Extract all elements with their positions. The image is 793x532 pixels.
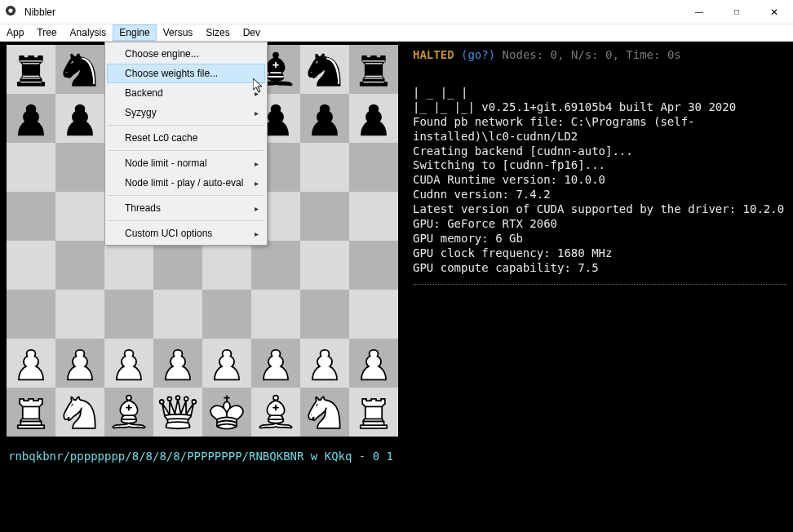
- board-square[interactable]: [7, 192, 55, 241]
- board-square[interactable]: [300, 339, 349, 388]
- go-link[interactable]: (go?): [461, 48, 495, 61]
- engine-menu-choose-engine[interactable]: Choose engine...: [107, 44, 265, 64]
- board-square[interactable]: [300, 143, 349, 192]
- engine-menu-node-limit-normal[interactable]: Node limit - normal: [107, 153, 265, 173]
- board-square[interactable]: [55, 94, 104, 143]
- board-square[interactable]: [55, 290, 104, 339]
- board-square[interactable]: [251, 241, 300, 290]
- board-square[interactable]: [300, 192, 349, 241]
- board-square[interactable]: [55, 45, 104, 94]
- engine-menu-syzygy[interactable]: Syzygy: [107, 103, 265, 122]
- window-minimize-button[interactable]: —: [680, 0, 718, 24]
- engine-menu-custom-uci-options[interactable]: Custom UCI options: [107, 224, 265, 243]
- piece-wB[interactable]: [107, 390, 151, 434]
- board-square[interactable]: [202, 290, 251, 339]
- board-square[interactable]: [55, 339, 104, 388]
- board-square[interactable]: [7, 45, 55, 94]
- fen-string: rnbqkbnr/pppppppp/8/8/8/8/PPPPPPPP/RNBQK…: [7, 437, 400, 463]
- piece-wP[interactable]: [205, 341, 249, 385]
- board-square[interactable]: [7, 143, 55, 192]
- board-square[interactable]: [55, 192, 104, 241]
- menu-app[interactable]: App: [0, 24, 30, 41]
- board-square[interactable]: [300, 45, 349, 94]
- board-square[interactable]: [251, 339, 300, 388]
- piece-wB[interactable]: [254, 390, 298, 434]
- menu-engine[interactable]: Engine: [113, 24, 156, 41]
- board-square[interactable]: [349, 143, 398, 192]
- board-square[interactable]: [104, 388, 153, 437]
- window-title: Nibbler: [21, 7, 680, 18]
- board-square[interactable]: [300, 241, 349, 290]
- engine-menu-choose-weights-file[interactable]: Choose weights file...: [107, 64, 265, 83]
- board-square[interactable]: [349, 192, 398, 241]
- menu-sizes[interactable]: Sizes: [199, 24, 236, 41]
- piece-bN[interactable]: [58, 47, 102, 91]
- piece-bP[interactable]: [58, 96, 102, 140]
- board-square[interactable]: [153, 339, 202, 388]
- piece-wP[interactable]: [254, 341, 298, 385]
- piece-wN[interactable]: [303, 390, 347, 434]
- piece-wR[interactable]: [9, 390, 53, 434]
- board-square[interactable]: [251, 290, 300, 339]
- menu-versus[interactable]: Versus: [157, 24, 200, 41]
- board-square[interactable]: [300, 94, 349, 143]
- board-square[interactable]: [104, 290, 153, 339]
- piece-wP[interactable]: [156, 341, 200, 385]
- board-square[interactable]: [55, 143, 104, 192]
- board-square[interactable]: [7, 241, 55, 290]
- piece-wK[interactable]: [205, 390, 249, 434]
- board-square[interactable]: [202, 339, 251, 388]
- board-square[interactable]: [7, 388, 55, 437]
- piece-wP[interactable]: [107, 341, 151, 385]
- board-square[interactable]: [104, 241, 153, 290]
- piece-wP[interactable]: [9, 341, 53, 385]
- piece-bR[interactable]: [9, 47, 53, 91]
- board-square[interactable]: [7, 94, 55, 143]
- board-square[interactable]: [251, 388, 300, 437]
- window-close-button[interactable]: ✕: [755, 0, 793, 24]
- board-square[interactable]: [153, 388, 202, 437]
- piece-wN[interactable]: [58, 390, 102, 434]
- board-square[interactable]: [349, 241, 398, 290]
- board-square[interactable]: [349, 339, 398, 388]
- board-square[interactable]: [55, 388, 104, 437]
- board-square[interactable]: [300, 388, 349, 437]
- piece-bN[interactable]: [303, 47, 347, 91]
- board-square[interactable]: [153, 241, 202, 290]
- menu-separator: [108, 150, 264, 151]
- piece-wP[interactable]: [58, 341, 102, 385]
- board-square[interactable]: [55, 241, 104, 290]
- board-square[interactable]: [349, 45, 398, 94]
- menu-separator: [108, 195, 264, 196]
- board-square[interactable]: [202, 388, 251, 437]
- engine-menu-dropdown: Choose engine...Choose weights file...Ba…: [104, 42, 268, 246]
- svg-point-1: [8, 8, 12, 12]
- piece-wP[interactable]: [303, 341, 347, 385]
- piece-bP[interactable]: [352, 96, 396, 140]
- board-square[interactable]: [349, 290, 398, 339]
- piece-bR[interactable]: [352, 47, 396, 91]
- board-square[interactable]: [300, 290, 349, 339]
- console-line: Switching to [cudnn-fp16]...: [413, 158, 786, 173]
- engine-menu-threads[interactable]: Threads: [107, 198, 265, 218]
- board-square[interactable]: [202, 241, 251, 290]
- board-square[interactable]: [7, 290, 55, 339]
- engine-menu-backend[interactable]: Backend: [107, 83, 265, 103]
- console-line: CUDA Runtime version: 10.0.0: [413, 173, 786, 188]
- board-square[interactable]: [7, 339, 55, 388]
- engine-menu-node-limit-play-auto-eval[interactable]: Node limit - play / auto-eval: [107, 173, 265, 193]
- piece-wQ[interactable]: [156, 390, 200, 434]
- menu-tree[interactable]: Tree: [30, 24, 63, 41]
- board-square[interactable]: [349, 388, 398, 437]
- board-square[interactable]: [153, 290, 202, 339]
- piece-wP[interactable]: [352, 341, 396, 385]
- piece-wR[interactable]: [352, 390, 396, 434]
- board-square[interactable]: [349, 94, 398, 143]
- engine-menu-reset-lc0-cache[interactable]: Reset Lc0 cache: [107, 128, 265, 148]
- menu-dev[interactable]: Dev: [237, 24, 267, 41]
- board-square[interactable]: [104, 339, 153, 388]
- piece-bP[interactable]: [9, 96, 53, 140]
- window-maximize-button[interactable]: □: [718, 0, 755, 24]
- menu-analysis[interactable]: Analysis: [64, 24, 113, 41]
- piece-bP[interactable]: [303, 96, 347, 140]
